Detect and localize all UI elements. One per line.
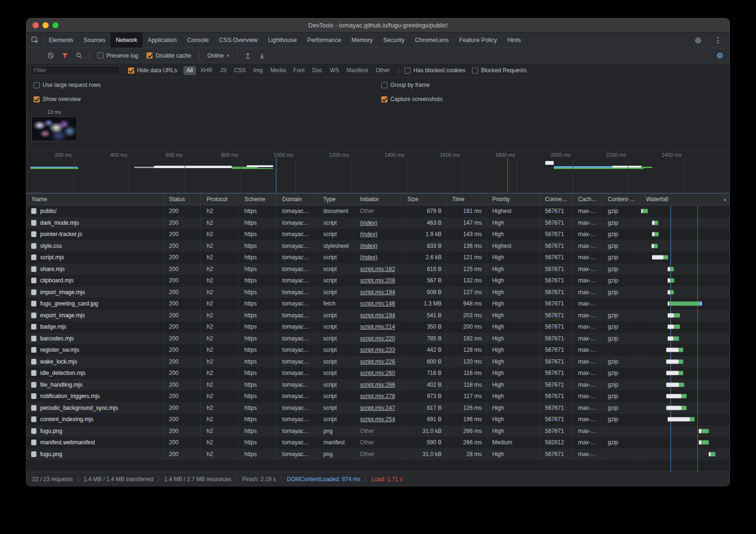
screenshot-thumbnail[interactable] bbox=[31, 117, 77, 141]
disable-cache-checkbox[interactable]: Disable cache bbox=[146, 52, 191, 59]
request-row[interactable]: wake_lock.mjs200h2httpstomayac…scriptscr… bbox=[26, 356, 730, 368]
request-row[interactable]: manifest.webmanifest200h2httpstomayac…ma… bbox=[26, 437, 730, 449]
capture-screenshots-checkbox[interactable]: Capture screenshots bbox=[381, 96, 722, 102]
tab-sources[interactable]: Sources bbox=[78, 33, 111, 48]
search-button[interactable] bbox=[73, 50, 85, 61]
request-row[interactable]: periodic_background_sync.mjs200h2httpsto… bbox=[26, 402, 730, 414]
initiator-link[interactable]: script.mjs:194 bbox=[360, 289, 395, 296]
filter-type-font[interactable]: Font bbox=[290, 66, 308, 75]
initiator-link[interactable]: script.mjs:208 bbox=[360, 277, 395, 284]
tab-network[interactable]: Network bbox=[111, 33, 143, 48]
column-header-domain[interactable]: Domain bbox=[276, 194, 318, 205]
filter-type-ws[interactable]: WS bbox=[326, 66, 342, 75]
request-row[interactable]: clipboard.mjs200h2httpstomayac…scriptscr… bbox=[26, 275, 730, 287]
filter-toggle-button[interactable] bbox=[59, 50, 71, 61]
column-header-initiator[interactable]: Initiator bbox=[354, 194, 402, 205]
request-row[interactable]: file_handling.mjs200h2httpstomayac…scrip… bbox=[26, 379, 730, 391]
throttling-dropdown[interactable]: Online ▾ bbox=[204, 51, 233, 60]
filter-type-img[interactable]: Img bbox=[250, 66, 266, 75]
initiator-link[interactable]: script.mjs:254 bbox=[360, 416, 395, 423]
column-header-size[interactable]: Size bbox=[402, 194, 447, 205]
initiator-link[interactable]: script.mjs:266 bbox=[360, 381, 395, 388]
initiator-link[interactable]: script.mjs:220 bbox=[360, 335, 395, 342]
column-header-name[interactable]: Name bbox=[26, 194, 163, 205]
request-row[interactable]: fugu.png200h2httpstomayac…pngOther31.0 k… bbox=[26, 449, 730, 460]
initiator-link[interactable]: (index) bbox=[360, 220, 378, 226]
column-header-cache[interactable]: Cach… bbox=[572, 194, 602, 205]
tab-chromelens[interactable]: ChromeLens bbox=[410, 33, 454, 48]
request-row[interactable]: import_image.mjs200h2httpstomayac…script… bbox=[26, 287, 730, 298]
filter-type-other[interactable]: Other bbox=[372, 66, 393, 75]
initiator-link[interactable]: (index) bbox=[360, 254, 378, 261]
zoom-window-button[interactable] bbox=[52, 22, 59, 28]
tab-hints[interactable]: Hints bbox=[502, 33, 526, 48]
blocked-requests-checkbox[interactable]: Blocked Requests bbox=[472, 67, 527, 74]
initiator-link[interactable]: script.mjs:182 bbox=[360, 266, 395, 272]
filter-type-all[interactable]: All bbox=[183, 66, 196, 75]
tab-security[interactable]: Security bbox=[378, 33, 410, 48]
request-row[interactable]: pointer-tracker.js200h2httpstomayac…scri… bbox=[26, 229, 730, 240]
request-row[interactable]: dark_mode.mjs200h2httpstomayac…script(in… bbox=[26, 217, 730, 229]
settings-gear-button[interactable] bbox=[692, 34, 704, 46]
tab-lighthouse[interactable]: Lighthouse bbox=[263, 33, 302, 48]
inspect-element-button[interactable] bbox=[26, 33, 43, 48]
column-header-type[interactable]: Type bbox=[318, 194, 354, 205]
network-overview[interactable]: 200 ms400 ms600 ms800 ms1000 ms1200 ms14… bbox=[26, 151, 730, 193]
column-header-scheme[interactable]: Scheme bbox=[239, 194, 276, 205]
record-network-log-button[interactable] bbox=[30, 50, 43, 61]
request-row[interactable]: fugu.png200h2httpstomayac…pngOther31.0 k… bbox=[26, 425, 730, 437]
filter-type-xhr[interactable]: XHR bbox=[197, 66, 215, 75]
column-header-priority[interactable]: Priority bbox=[487, 194, 540, 205]
initiator-link[interactable]: (index) bbox=[360, 231, 378, 237]
request-row[interactable]: share.mjs200h2httpstomayac…scriptscript.… bbox=[26, 263, 730, 275]
request-row[interactable]: badge.mjs200h2httpstomayac…scriptscript.… bbox=[26, 321, 730, 333]
tab-console[interactable]: Console bbox=[182, 33, 214, 48]
request-row[interactable]: public/200h2httpstomayac…documentOther87… bbox=[26, 205, 730, 217]
request-row[interactable]: fugu_greeting_card.jpg200h2httpstomayac…… bbox=[26, 298, 730, 310]
tab-performance[interactable]: Performance bbox=[302, 33, 346, 48]
initiator-link[interactable]: script.mjs:260 bbox=[360, 370, 395, 376]
preserve-log-checkbox[interactable]: Preserve log bbox=[97, 52, 138, 59]
request-row[interactable]: register_sw.mjs200h2httpstomayac…scripts… bbox=[26, 344, 730, 356]
use-large-request-rows-checkbox[interactable]: Use large request rows bbox=[34, 82, 375, 88]
close-window-button[interactable] bbox=[33, 22, 39, 28]
show-overview-checkbox[interactable]: Show overview bbox=[34, 96, 375, 102]
has-blocked-cookies-checkbox[interactable]: Has blocked cookies bbox=[404, 67, 465, 74]
hide-data-urls-checkbox[interactable]: Hide data URLs bbox=[128, 67, 177, 74]
initiator-link[interactable]: script.mjs:278 bbox=[360, 393, 395, 399]
filter-type-js[interactable]: JS bbox=[216, 66, 230, 75]
clear-network-log-button[interactable] bbox=[44, 50, 57, 61]
request-row[interactable]: export_image.mjs200h2httpstomayac…script… bbox=[26, 310, 730, 322]
tab-memory[interactable]: Memory bbox=[346, 33, 378, 48]
network-settings-gear-button[interactable] bbox=[713, 50, 726, 61]
column-header-time[interactable]: Time bbox=[447, 194, 487, 205]
column-header-protocol[interactable]: Protocol bbox=[201, 194, 239, 205]
initiator-link[interactable]: script.mjs:194 bbox=[360, 312, 395, 319]
request-row[interactable]: notification_triggers.mjs200h2httpstomay… bbox=[26, 390, 730, 402]
tab-css-overview[interactable]: CSS Overview bbox=[214, 33, 263, 48]
initiator-link[interactable]: script.mjs:146 bbox=[360, 300, 395, 307]
import-har-button[interactable] bbox=[242, 50, 254, 61]
minimize-window-button[interactable] bbox=[43, 22, 49, 28]
tab-application[interactable]: Application bbox=[143, 33, 182, 48]
group-by-frame-checkbox[interactable]: Group by frame bbox=[381, 82, 722, 88]
request-row[interactable]: style.css200h2httpstomayac…stylesheet(in… bbox=[26, 240, 730, 252]
network-filter-input[interactable] bbox=[30, 66, 120, 75]
request-row[interactable]: script.mjs200h2httpstomayac…script(index… bbox=[26, 252, 730, 263]
request-row[interactable]: barcodes.mjs200h2httpstomayac…scriptscri… bbox=[26, 333, 730, 345]
filter-type-media[interactable]: Media bbox=[267, 66, 289, 75]
column-header-status[interactable]: Status bbox=[163, 194, 201, 205]
export-har-button[interactable] bbox=[256, 50, 268, 61]
column-header-content[interactable]: Content-… bbox=[602, 194, 640, 205]
initiator-link[interactable]: (index) bbox=[360, 243, 378, 249]
filter-type-doc[interactable]: Doc bbox=[309, 66, 326, 75]
column-header-connection[interactable]: Conne… bbox=[540, 194, 573, 205]
request-row[interactable]: idle_detection.mjs200h2httpstomayac…scri… bbox=[26, 367, 730, 379]
tab-elements[interactable]: Elements bbox=[43, 33, 78, 48]
more-options-kebab-button[interactable] bbox=[712, 34, 724, 46]
request-row[interactable]: content_indexing.mjs200h2httpstomayac…sc… bbox=[26, 414, 730, 425]
initiator-link[interactable]: script.mjs:247 bbox=[360, 405, 395, 411]
initiator-link[interactable]: script.mjs:226 bbox=[360, 358, 395, 365]
filter-type-css[interactable]: CSS bbox=[231, 66, 249, 75]
tab-feature-policy[interactable]: Feature Policy bbox=[454, 33, 502, 48]
